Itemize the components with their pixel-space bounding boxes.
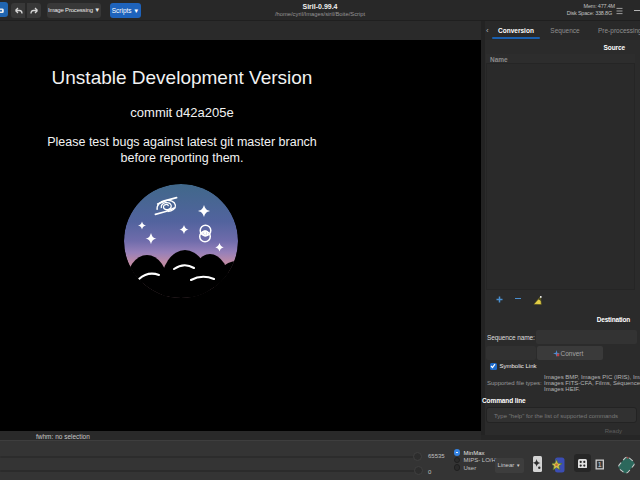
svg-text:1: 1 [598, 461, 602, 468]
